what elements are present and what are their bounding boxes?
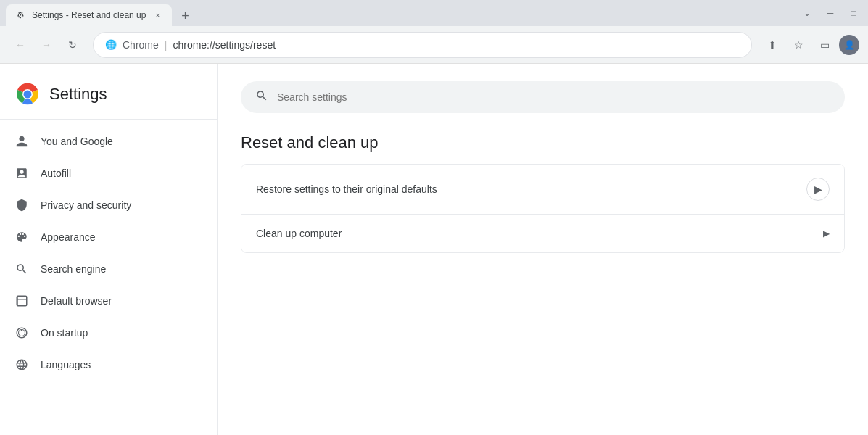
share-button[interactable]: ⬆	[761, 33, 784, 57]
navbar: ← → ↻ 🌐 Chrome | chrome://settings/reset…	[0, 26, 868, 64]
sidebar-item-search-engine[interactable]: Search engine	[0, 253, 211, 285]
autofill-icon	[15, 166, 29, 181]
settings-title: Settings	[49, 85, 107, 104]
sidebar: Settings You and Google Autofill Privacy…	[0, 64, 218, 435]
sidebar-item-appearance-label: Appearance	[41, 231, 96, 243]
separator: |	[165, 39, 168, 51]
clean-up-arrow: ▶	[823, 228, 830, 239]
tab-close-button[interactable]: ×	[152, 9, 163, 21]
svg-rect-3	[17, 296, 27, 306]
restore-defaults-arrow: ▶	[806, 178, 830, 201]
settings-card: Restore settings to their original defau…	[241, 164, 845, 253]
chrome-logo	[15, 81, 41, 107]
site-name: Chrome	[123, 39, 159, 51]
content-area: Reset and clean up Restore settings to t…	[218, 64, 868, 435]
reload-icon: ↻	[68, 39, 77, 51]
sidebar-item-you-and-google[interactable]: You and Google	[0, 125, 211, 157]
share-icon: ⬆	[768, 39, 777, 51]
forward-button[interactable]: →	[35, 33, 58, 57]
sidebar-item-default-browser[interactable]: Default browser	[0, 285, 211, 317]
security-icon: 🌐	[105, 39, 117, 50]
maximize-button[interactable]: □	[845, 4, 862, 22]
tab-title: Settings - Reset and clean up	[32, 10, 146, 20]
back-button[interactable]: ←	[9, 33, 32, 57]
more-windows-button[interactable]: ⌄	[798, 4, 816, 22]
new-tab-button[interactable]: +	[175, 6, 195, 26]
browser-icon	[15, 294, 29, 308]
titlebar: ⚙ Settings - Reset and clean up × + ⌄ ─ …	[0, 0, 868, 26]
sidebar-item-appearance[interactable]: Appearance	[0, 221, 211, 253]
svg-point-2	[24, 91, 32, 99]
reload-button[interactable]: ↻	[61, 33, 84, 57]
sidebar-button[interactable]: ▭	[813, 33, 836, 57]
search-bar[interactable]	[241, 81, 845, 113]
sidebar-icon: ▭	[820, 39, 830, 51]
search-bar-wrapper	[241, 81, 845, 113]
restore-defaults-label: Restore settings to their original defau…	[256, 183, 806, 195]
address-bar[interactable]: 🌐 Chrome | chrome://settings/reset	[93, 32, 752, 58]
star-icon: ☆	[794, 39, 803, 51]
url-text: chrome://settings/reset	[173, 39, 276, 51]
language-icon	[15, 357, 29, 372]
person-icon	[15, 134, 29, 149]
bookmark-button[interactable]: ☆	[787, 33, 810, 57]
clean-up-computer-row[interactable]: Clean up computer ▶	[241, 215, 844, 252]
sidebar-item-languages[interactable]: Languages	[0, 349, 211, 381]
sidebar-item-privacy-label: Privacy and security	[41, 199, 131, 211]
section-title: Reset and clean up	[241, 133, 845, 152]
nav-actions: ⬆ ☆ ▭ 👤	[761, 33, 859, 57]
sidebar-header: Settings	[0, 64, 217, 119]
startup-icon	[15, 326, 29, 340]
palette-icon	[15, 230, 29, 244]
tab-favicon: ⚙	[15, 9, 26, 21]
clean-up-computer-label: Clean up computer	[256, 228, 823, 239]
circle-arrow-icon: ▶	[806, 178, 830, 201]
minimize-button[interactable]: ─	[822, 4, 839, 22]
sidebar-item-you-and-google-label: You and Google	[41, 136, 113, 147]
shield-icon	[15, 198, 29, 212]
sidebar-item-on-startup[interactable]: On startup	[0, 317, 211, 349]
sidebar-divider	[0, 119, 217, 120]
svg-rect-4	[17, 299, 27, 300]
main-layout: Settings You and Google Autofill Privacy…	[0, 64, 868, 435]
sidebar-item-search-engine-label: Search engine	[41, 263, 106, 275]
svg-point-6	[21, 329, 22, 331]
svg-rect-5	[17, 296, 18, 306]
forward-icon: →	[41, 39, 51, 51]
sidebar-item-autofill-label: Autofill	[41, 167, 71, 179]
sidebar-item-default-browser-label: Default browser	[41, 295, 112, 307]
restore-defaults-row[interactable]: Restore settings to their original defau…	[241, 165, 844, 215]
avatar-icon: 👤	[844, 40, 855, 50]
sidebar-item-privacy-and-security[interactable]: Privacy and security	[0, 189, 211, 221]
search-input[interactable]	[277, 91, 830, 103]
active-tab[interactable]: ⚙ Settings - Reset and clean up ×	[6, 4, 172, 26]
sidebar-item-languages-label: Languages	[41, 359, 91, 370]
back-icon: ←	[15, 39, 25, 51]
profile-avatar[interactable]: 👤	[839, 35, 859, 55]
window-controls: ⌄ ─ □	[798, 4, 862, 22]
search-icon	[255, 89, 268, 105]
search-sidebar-icon	[15, 262, 29, 276]
sidebar-item-autofill[interactable]: Autofill	[0, 157, 211, 189]
chevron-right-icon: ▶	[823, 228, 830, 239]
sidebar-item-on-startup-label: On startup	[41, 327, 88, 339]
tab-strip: ⚙ Settings - Reset and clean up × +	[6, 0, 798, 26]
